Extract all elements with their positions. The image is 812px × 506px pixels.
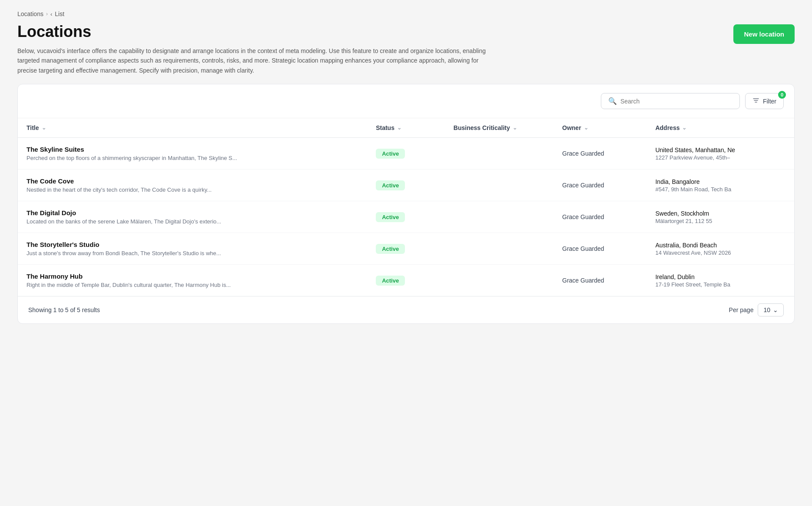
cell-owner-1: Grace Guarded (553, 170, 646, 201)
owner-name-4: Grace Guarded (562, 277, 604, 284)
page-header: Locations Below, vucavoid's interface of… (17, 23, 795, 75)
location-desc-1: Nestled in the heart of the city's tech … (27, 186, 278, 193)
search-box: 🔍 (601, 93, 740, 109)
cell-criticality-0 (445, 138, 553, 170)
table-footer: Showing 1 to 5 of 5 results Per page 10 … (18, 296, 794, 323)
table-row[interactable]: The Skyline Suites Perched on the top fl… (18, 138, 794, 170)
cell-owner-2: Grace Guarded (553, 201, 646, 233)
per-page-selector: Per page 10 ⌄ (729, 303, 784, 316)
table-container: 🔍 Filter 0 Title (17, 84, 795, 324)
col-header-criticality: Business Criticality ⌄ (445, 118, 553, 138)
location-desc-4: Right in the middle of Temple Bar, Dubli… (27, 282, 278, 288)
status-badge-4: Active (376, 276, 405, 286)
search-input[interactable] (620, 98, 732, 105)
new-location-button[interactable]: New location (733, 24, 795, 44)
address-main-3: Australia, Bondi Beach (655, 242, 785, 249)
page-header-left: Locations Below, vucavoid's interface of… (17, 23, 495, 75)
cell-owner-3: Grace Guarded (553, 233, 646, 265)
owner-sort-icon[interactable]: ⌄ (584, 125, 588, 131)
address-main-1: India, Bangalore (655, 178, 785, 185)
location-title-0: The Skyline Suites (27, 146, 358, 153)
status-badge-0: Active (376, 149, 405, 159)
per-page-chevron-icon: ⌄ (773, 306, 778, 313)
page-container: Locations › ‹ List Locations Below, vuca… (0, 0, 812, 506)
address-sort-icon[interactable]: ⌄ (682, 125, 686, 131)
status-badge-2: Active (376, 212, 405, 222)
breadcrumb-chevron-right: › (46, 11, 48, 17)
location-title-1: The Code Cove (27, 177, 358, 185)
title-sort-icon[interactable]: ⌄ (42, 125, 46, 131)
owner-name-0: Grace Guarded (562, 150, 604, 157)
filter-icon (752, 97, 759, 105)
breadcrumb-root[interactable]: Locations (17, 10, 43, 17)
cell-status-3: Active (367, 233, 445, 265)
address-main-2: Sweden, Stockholm (655, 210, 785, 217)
breadcrumb: Locations › ‹ List (17, 10, 795, 17)
cell-title-4: The Harmony Hub Right in the middle of T… (18, 265, 367, 296)
cell-criticality-4 (445, 265, 553, 296)
status-badge-3: Active (376, 244, 405, 254)
breadcrumb-back-chevron[interactable]: ‹ (50, 11, 52, 17)
cell-status-0: Active (367, 138, 445, 170)
address-main-4: Ireland, Dublin (655, 273, 785, 280)
col-header-status: Status ⌄ (367, 118, 445, 138)
table-row[interactable]: The Digital Dojo Located on the banks of… (18, 201, 794, 233)
location-desc-0: Perched on the top floors of a shimmerin… (27, 155, 278, 161)
status-badge-1: Active (376, 180, 405, 190)
cell-address-3: Australia, Bondi Beach 14 Wavecrest Ave,… (646, 233, 794, 265)
address-detail-2: Mälartorget 21, 112 55 (655, 218, 759, 224)
search-icon: 🔍 (608, 97, 617, 105)
address-detail-4: 17-19 Fleet Street, Temple Ba (655, 281, 759, 288)
status-sort-icon[interactable]: ⌄ (397, 125, 401, 131)
per-page-select[interactable]: 10 ⌄ (758, 303, 784, 316)
col-header-address: Address ⌄ (646, 118, 794, 138)
page-title: Locations (17, 23, 495, 41)
criticality-sort-icon[interactable]: ⌄ (513, 125, 517, 131)
cell-title-2: The Digital Dojo Located on the banks of… (18, 201, 367, 233)
filter-button[interactable]: Filter 0 (745, 93, 784, 109)
cell-status-1: Active (367, 170, 445, 201)
breadcrumb-nav: ‹ (50, 11, 52, 17)
breadcrumb-current: List (55, 10, 64, 17)
col-header-owner: Owner ⌄ (553, 118, 646, 138)
location-desc-2: Located on the banks of the serene Lake … (27, 218, 278, 225)
location-desc-3: Just a stone's throw away from Bondi Bea… (27, 250, 278, 256)
showing-results-text: Showing 1 to 5 of 5 results (28, 306, 100, 313)
address-detail-1: #547, 9th Main Road, Tech Ba (655, 186, 759, 193)
filter-label: Filter (763, 98, 776, 105)
address-detail-3: 14 Wavecrest Ave, NSW 2026 (655, 250, 759, 256)
per-page-label: Per page (729, 306, 754, 313)
cell-status-2: Active (367, 201, 445, 233)
address-detail-0: 1227 Parkview Avenue, 45th– (655, 154, 759, 161)
owner-name-1: Grace Guarded (562, 182, 604, 189)
per-page-value: 10 (763, 306, 770, 313)
cell-criticality-3 (445, 233, 553, 265)
cell-address-4: Ireland, Dublin 17-19 Fleet Street, Temp… (646, 265, 794, 296)
locations-table: Title ⌄ Status ⌄ Business Criticality (18, 118, 794, 296)
table-header-row: Title ⌄ Status ⌄ Business Criticality (18, 118, 794, 138)
cell-criticality-1 (445, 170, 553, 201)
cell-owner-4: Grace Guarded (553, 265, 646, 296)
cell-status-4: Active (367, 265, 445, 296)
table-row[interactable]: The Code Cove Nestled in the heart of th… (18, 170, 794, 201)
cell-owner-0: Grace Guarded (553, 138, 646, 170)
filter-badge: 0 (778, 91, 786, 99)
page-description: Below, vucavoid's interface offers the c… (17, 46, 495, 75)
owner-name-3: Grace Guarded (562, 245, 604, 252)
location-title-4: The Harmony Hub (27, 273, 358, 280)
owner-name-2: Grace Guarded (562, 213, 604, 220)
table-row[interactable]: The Harmony Hub Right in the middle of T… (18, 265, 794, 296)
cell-title-1: The Code Cove Nestled in the heart of th… (18, 170, 367, 201)
table-row[interactable]: The Storyteller's Studio Just a stone's … (18, 233, 794, 265)
table-toolbar: 🔍 Filter 0 (18, 84, 794, 118)
cell-title-0: The Skyline Suites Perched on the top fl… (18, 138, 367, 170)
address-main-0: United States, Manhattan, Ne (655, 146, 785, 153)
location-title-2: The Digital Dojo (27, 209, 358, 216)
location-title-3: The Storyteller's Studio (27, 241, 358, 248)
cell-title-3: The Storyteller's Studio Just a stone's … (18, 233, 367, 265)
cell-criticality-2 (445, 201, 553, 233)
cell-address-2: Sweden, Stockholm Mälartorget 21, 112 55 (646, 201, 794, 233)
cell-address-0: United States, Manhattan, Ne 1227 Parkvi… (646, 138, 794, 170)
col-header-title: Title ⌄ (18, 118, 367, 138)
cell-address-1: India, Bangalore #547, 9th Main Road, Te… (646, 170, 794, 201)
